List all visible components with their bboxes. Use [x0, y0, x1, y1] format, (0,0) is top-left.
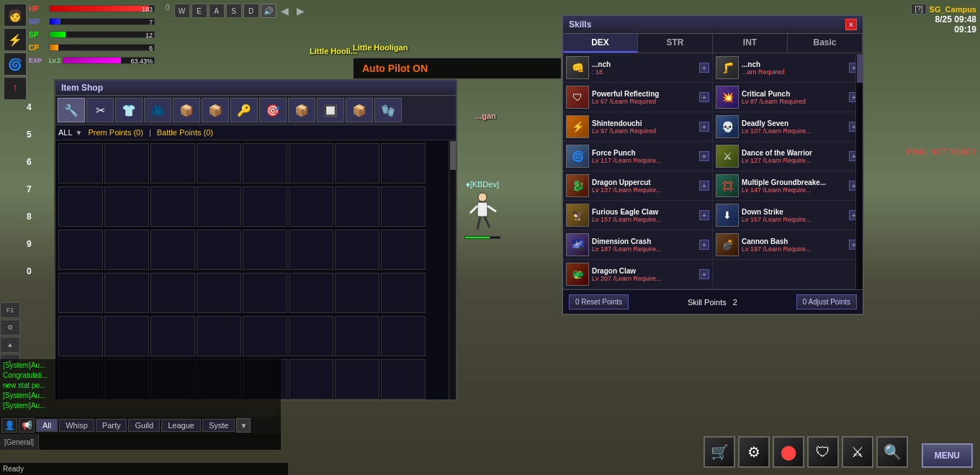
wasd-e-key[interactable]: E: [192, 4, 207, 18]
wasd-a-key[interactable]: A: [209, 4, 225, 18]
skill-plus-dragon-uppercut[interactable]: +: [699, 181, 709, 191]
shop-slot-3-8[interactable]: [381, 230, 426, 270]
shop-slot-4-5[interactable]: [243, 273, 287, 313]
hud-search-icon[interactable]: 🔍: [876, 436, 908, 468]
shop-slot-4-7[interactable]: [335, 273, 379, 313]
hud-gear-icon[interactable]: ⚙: [738, 436, 770, 468]
chat-input-field[interactable]: [39, 434, 281, 450]
skills-scrollbar[interactable]: [855, 53, 863, 289]
sound-toggle[interactable]: 🔊: [261, 4, 277, 18]
skill-plus-powerful-reflecting[interactable]: +: [699, 92, 709, 102]
shop-slot-3-4[interactable]: [197, 230, 241, 270]
shop-slot-5-4[interactable]: [197, 316, 241, 356]
shop-slot-2-4[interactable]: [197, 186, 241, 227]
skills-tab-basic[interactable]: Basic: [788, 34, 863, 53]
chat-tab-all[interactable]: All: [36, 419, 58, 432]
shop-slot-3-7[interactable]: [335, 230, 379, 270]
menu-button[interactable]: MENU: [922, 443, 973, 468]
shop-slot-3-2[interactable]: [104, 230, 149, 270]
hud-shield-icon[interactable]: 🛡: [807, 436, 839, 468]
shop-tab-box1[interactable]: 📦: [173, 98, 200, 122]
shop-tab-scissors[interactable]: ✂: [86, 98, 114, 122]
shop-slot-2-1[interactable]: [58, 186, 103, 227]
shop-slot-2-2[interactable]: [104, 186, 149, 227]
shop-slot-1-2[interactable]: [104, 143, 149, 184]
filter-dropdown[interactable]: ALL ▼: [58, 128, 82, 137]
shop-slot-1-1[interactable]: [58, 143, 103, 184]
shop-slot-2-6[interactable]: [289, 186, 333, 227]
shop-slot-4-1[interactable]: [58, 273, 103, 313]
chat-icon-2[interactable]: 📢: [19, 418, 35, 433]
chat-tab-syste[interactable]: Syste: [202, 419, 235, 432]
avatar-icon-3[interactable]: 🌀: [4, 53, 27, 76]
avatar-icon-2[interactable]: ⚡: [4, 28, 27, 51]
wasd-d-key[interactable]: D: [243, 4, 259, 18]
shop-tab-box3[interactable]: 📦: [288, 98, 315, 122]
shop-slot-5-5[interactable]: [243, 316, 287, 356]
skills-tab-str[interactable]: STR: [638, 34, 713, 53]
chat-tab-guild[interactable]: Guild: [128, 419, 160, 432]
hud-record-icon[interactable]: ⬤: [773, 436, 804, 468]
skill-plus-shintendouchi[interactable]: +: [699, 122, 709, 132]
shop-tab-box4[interactable]: 📦: [346, 98, 373, 122]
skills-tab-dex[interactable]: DEX: [563, 34, 638, 53]
skills-close-button[interactable]: ×: [845, 19, 857, 30]
shop-slot-3-6[interactable]: [289, 230, 333, 270]
shop-slot-3-3[interactable]: [150, 230, 195, 270]
shop-slot-5-2[interactable]: [104, 316, 149, 356]
shop-tab-tools[interactable]: 🔧: [58, 98, 85, 122]
wasd-w-key[interactable]: W: [174, 4, 190, 18]
reset-points-button[interactable]: 0 Reset Points: [569, 294, 629, 309]
shop-tab-box2[interactable]: 📦: [202, 98, 229, 122]
shop-slot-6-7[interactable]: [335, 359, 379, 399]
func-key-arrow[interactable]: ▲: [0, 337, 20, 353]
shop-slot-2-3[interactable]: [150, 186, 195, 227]
skill-plus-dragon-claw[interactable]: +: [699, 269, 709, 279]
shop-slot-1-3[interactable]: [150, 143, 195, 184]
shop-scrollbar[interactable]: [449, 140, 456, 399]
skills-tab-int[interactable]: INT: [713, 34, 788, 53]
shop-slot-4-4[interactable]: [197, 273, 241, 313]
shop-slot-1-7[interactable]: [335, 143, 379, 184]
shop-slot-2-5[interactable]: [243, 186, 287, 227]
shop-slot-5-6[interactable]: [289, 316, 333, 356]
shop-tab-shirt[interactable]: 👕: [115, 98, 143, 122]
shop-slot-5-7[interactable]: [335, 316, 379, 356]
shop-slot-2-8[interactable]: [381, 186, 426, 227]
func-key-f1[interactable]: F1: [0, 302, 20, 318]
skills-scrollbar-thumb[interactable]: [857, 54, 863, 83]
avatar-icon-1[interactable]: 🧑: [4, 4, 27, 27]
shop-slot-2-7[interactable]: [335, 186, 379, 227]
shop-slot-6-8[interactable]: [381, 359, 426, 399]
chat-tab-whisp[interactable]: Whisp: [59, 419, 94, 432]
func-key-misc[interactable]: ⚙: [0, 320, 20, 335]
hud-sword-icon[interactable]: ⚔: [842, 436, 873, 468]
skill-plus-partial-1[interactable]: +: [699, 63, 709, 73]
wasd-s-key[interactable]: S: [226, 4, 242, 18]
hud-shop-icon[interactable]: 🛒: [703, 436, 735, 468]
shop-slot-6-6[interactable]: [289, 359, 333, 399]
shop-slot-3-1[interactable]: [58, 230, 103, 270]
shop-slot-4-8[interactable]: [381, 273, 426, 313]
shop-tab-glove[interactable]: 🧤: [374, 98, 402, 122]
shop-slot-1-6[interactable]: [289, 143, 333, 184]
shop-slot-1-5[interactable]: [243, 143, 287, 184]
shop-slot-1-8[interactable]: [381, 143, 426, 184]
shop-tab-coat[interactable]: 🧥: [144, 98, 171, 122]
shop-slot-5-3[interactable]: [150, 316, 195, 356]
shop-tab-key[interactable]: 🔑: [230, 98, 258, 122]
shop-slot-1-4[interactable]: [197, 143, 241, 184]
chat-more-arrow[interactable]: ▼: [236, 418, 251, 433]
shop-slot-3-5[interactable]: [243, 230, 287, 270]
chat-icon-1[interactable]: 👤: [1, 418, 17, 433]
shop-slot-5-8[interactable]: [381, 316, 426, 356]
skill-plus-force-punch[interactable]: +: [699, 151, 709, 161]
shop-slot-4-3[interactable]: [150, 273, 195, 313]
chat-tab-party[interactable]: Party: [96, 419, 127, 432]
skill-plus-dimension-crash[interactable]: +: [699, 240, 709, 250]
shop-tab-target[interactable]: 🎯: [259, 98, 287, 122]
shop-slot-5-1[interactable]: [58, 316, 103, 356]
shop-slot-4-2[interactable]: [104, 273, 149, 313]
avatar-icon-4[interactable]: !: [4, 77, 27, 100]
shop-tab-square[interactable]: 🔲: [317, 98, 344, 122]
